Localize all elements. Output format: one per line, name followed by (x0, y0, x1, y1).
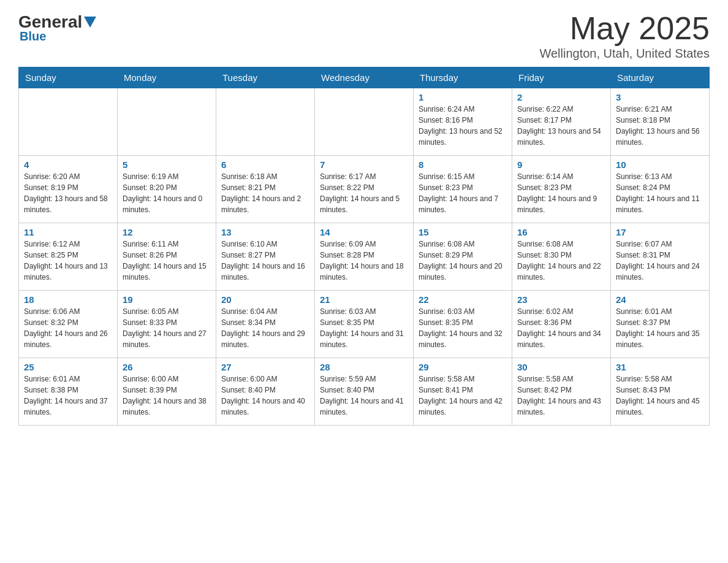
calendar-cell: 9Sunrise: 6:14 AM Sunset: 8:23 PM Daylig… (512, 156, 611, 223)
column-header-wednesday: Wednesday (315, 67, 414, 88)
calendar-cell (315, 88, 414, 156)
day-number: 2 (517, 92, 605, 102)
day-number: 31 (616, 362, 704, 372)
day-number: 28 (320, 362, 408, 372)
calendar-cell: 22Sunrise: 6:03 AM Sunset: 8:35 PM Dayli… (414, 291, 512, 358)
day-number: 24 (616, 294, 704, 305)
day-info: Sunrise: 6:06 AM Sunset: 8:32 PM Dayligh… (24, 306, 112, 350)
day-number: 25 (24, 362, 112, 372)
day-info: Sunrise: 6:12 AM Sunset: 8:25 PM Dayligh… (24, 239, 112, 283)
day-number: 19 (123, 294, 211, 305)
calendar-cell: 7Sunrise: 6:17 AM Sunset: 8:22 PM Daylig… (315, 156, 414, 223)
day-number: 22 (419, 294, 507, 305)
logo: General Blue (18, 12, 98, 44)
day-number: 3 (616, 92, 704, 102)
day-info: Sunrise: 6:11 AM Sunset: 8:26 PM Dayligh… (123, 239, 211, 283)
day-info: Sunrise: 6:09 AM Sunset: 8:28 PM Dayligh… (320, 239, 408, 283)
calendar-cell: 16Sunrise: 6:08 AM Sunset: 8:30 PM Dayli… (512, 223, 611, 291)
day-number: 12 (123, 227, 211, 237)
day-info: Sunrise: 6:01 AM Sunset: 8:38 PM Dayligh… (24, 373, 112, 418)
day-number: 11 (24, 227, 112, 237)
day-number: 29 (419, 362, 507, 372)
calendar-cell: 19Sunrise: 6:05 AM Sunset: 8:33 PM Dayli… (118, 291, 216, 358)
day-number: 15 (419, 227, 507, 237)
calendar-cell: 26Sunrise: 6:00 AM Sunset: 8:39 PM Dayli… (118, 358, 216, 426)
day-number: 13 (221, 227, 309, 237)
day-info: Sunrise: 6:07 AM Sunset: 8:31 PM Dayligh… (616, 239, 704, 283)
calendar-cell: 4Sunrise: 6:20 AM Sunset: 8:19 PM Daylig… (19, 156, 118, 223)
calendar-cell: 18Sunrise: 6:06 AM Sunset: 8:32 PM Dayli… (19, 291, 118, 358)
day-number: 1 (419, 92, 507, 102)
day-info: Sunrise: 6:00 AM Sunset: 8:40 PM Dayligh… (221, 373, 309, 418)
calendar-week-row: 1Sunrise: 6:24 AM Sunset: 8:16 PM Daylig… (19, 88, 710, 156)
calendar-week-row: 11Sunrise: 6:12 AM Sunset: 8:25 PM Dayli… (19, 223, 710, 291)
calendar-cell: 10Sunrise: 6:13 AM Sunset: 8:24 PM Dayli… (611, 156, 710, 223)
day-info: Sunrise: 6:00 AM Sunset: 8:39 PM Dayligh… (123, 373, 211, 418)
day-info: Sunrise: 6:17 AM Sunset: 8:22 PM Dayligh… (320, 171, 408, 215)
day-number: 23 (517, 294, 605, 305)
month-year-title: May 2025 (539, 12, 710, 44)
day-info: Sunrise: 6:19 AM Sunset: 8:20 PM Dayligh… (123, 171, 211, 215)
calendar-cell: 2Sunrise: 6:22 AM Sunset: 8:17 PM Daylig… (512, 88, 611, 156)
day-info: Sunrise: 6:10 AM Sunset: 8:27 PM Dayligh… (221, 239, 309, 283)
calendar-cell: 29Sunrise: 5:58 AM Sunset: 8:41 PM Dayli… (414, 358, 512, 426)
day-number: 26 (123, 362, 211, 372)
calendar-cell (118, 88, 216, 156)
calendar-cell: 28Sunrise: 5:59 AM Sunset: 8:40 PM Dayli… (315, 358, 414, 426)
calendar-cell: 31Sunrise: 5:58 AM Sunset: 8:43 PM Dayli… (611, 358, 710, 426)
calendar-cell: 23Sunrise: 6:02 AM Sunset: 8:36 PM Dayli… (512, 291, 611, 358)
calendar-cell: 6Sunrise: 6:18 AM Sunset: 8:21 PM Daylig… (216, 156, 315, 223)
calendar-cell: 20Sunrise: 6:04 AM Sunset: 8:34 PM Dayli… (216, 291, 315, 358)
calendar-week-row: 18Sunrise: 6:06 AM Sunset: 8:32 PM Dayli… (19, 291, 710, 358)
day-info: Sunrise: 6:08 AM Sunset: 8:29 PM Dayligh… (419, 239, 507, 283)
calendar-week-row: 25Sunrise: 6:01 AM Sunset: 8:38 PM Dayli… (19, 358, 710, 426)
calendar-cell (19, 88, 118, 156)
day-number: 8 (419, 159, 507, 170)
day-number: 27 (221, 362, 309, 372)
day-info: Sunrise: 5:58 AM Sunset: 8:41 PM Dayligh… (419, 373, 507, 418)
calendar-cell: 12Sunrise: 6:11 AM Sunset: 8:26 PM Dayli… (118, 223, 216, 291)
logo-triangle-icon (84, 17, 96, 28)
day-info: Sunrise: 6:22 AM Sunset: 8:17 PM Dayligh… (517, 104, 605, 148)
calendar-cell: 13Sunrise: 6:10 AM Sunset: 8:27 PM Dayli… (216, 223, 315, 291)
day-number: 20 (221, 294, 309, 305)
day-number: 5 (123, 159, 211, 170)
title-area: May 2025 Wellington, Utah, United States (539, 12, 710, 61)
day-info: Sunrise: 6:01 AM Sunset: 8:37 PM Dayligh… (616, 306, 704, 350)
calendar-cell: 3Sunrise: 6:21 AM Sunset: 8:18 PM Daylig… (611, 88, 710, 156)
day-number: 9 (517, 159, 605, 170)
day-info: Sunrise: 6:03 AM Sunset: 8:35 PM Dayligh… (320, 306, 408, 350)
day-info: Sunrise: 6:15 AM Sunset: 8:23 PM Dayligh… (419, 171, 507, 215)
day-number: 14 (320, 227, 408, 237)
calendar-cell: 27Sunrise: 6:00 AM Sunset: 8:40 PM Dayli… (216, 358, 315, 426)
day-info: Sunrise: 6:04 AM Sunset: 8:34 PM Dayligh… (221, 306, 309, 350)
calendar-cell: 5Sunrise: 6:19 AM Sunset: 8:20 PM Daylig… (118, 156, 216, 223)
day-info: Sunrise: 6:08 AM Sunset: 8:30 PM Dayligh… (517, 239, 605, 283)
day-info: Sunrise: 5:59 AM Sunset: 8:40 PM Dayligh… (320, 373, 408, 418)
calendar-cell: 8Sunrise: 6:15 AM Sunset: 8:23 PM Daylig… (414, 156, 512, 223)
logo-blue-text: Blue (20, 29, 46, 44)
day-info: Sunrise: 6:03 AM Sunset: 8:35 PM Dayligh… (419, 306, 507, 350)
day-number: 10 (616, 159, 704, 170)
day-number: 18 (24, 294, 112, 305)
day-info: Sunrise: 6:14 AM Sunset: 8:23 PM Dayligh… (517, 171, 605, 215)
calendar-cell: 15Sunrise: 6:08 AM Sunset: 8:29 PM Dayli… (414, 223, 512, 291)
day-info: Sunrise: 5:58 AM Sunset: 8:43 PM Dayligh… (616, 373, 704, 418)
calendar-cell: 21Sunrise: 6:03 AM Sunset: 8:35 PM Dayli… (315, 291, 414, 358)
calendar-cell: 11Sunrise: 6:12 AM Sunset: 8:25 PM Dayli… (19, 223, 118, 291)
day-number: 21 (320, 294, 408, 305)
column-header-thursday: Thursday (414, 67, 512, 88)
day-info: Sunrise: 6:18 AM Sunset: 8:21 PM Dayligh… (221, 171, 309, 215)
column-header-monday: Monday (118, 67, 216, 88)
calendar-cell: 17Sunrise: 6:07 AM Sunset: 8:31 PM Dayli… (611, 223, 710, 291)
day-number: 6 (221, 159, 309, 170)
calendar-cell: 30Sunrise: 5:58 AM Sunset: 8:42 PM Dayli… (512, 358, 611, 426)
column-header-sunday: Sunday (19, 67, 118, 88)
page-header: General Blue May 2025 Wellington, Utah, … (18, 12, 710, 61)
calendar-week-row: 4Sunrise: 6:20 AM Sunset: 8:19 PM Daylig… (19, 156, 710, 223)
day-info: Sunrise: 6:20 AM Sunset: 8:19 PM Dayligh… (24, 171, 112, 215)
calendar-cell: 14Sunrise: 6:09 AM Sunset: 8:28 PM Dayli… (315, 223, 414, 291)
day-info: Sunrise: 5:58 AM Sunset: 8:42 PM Dayligh… (517, 373, 605, 418)
location-subtitle: Wellington, Utah, United States (539, 47, 710, 61)
day-number: 30 (517, 362, 605, 372)
